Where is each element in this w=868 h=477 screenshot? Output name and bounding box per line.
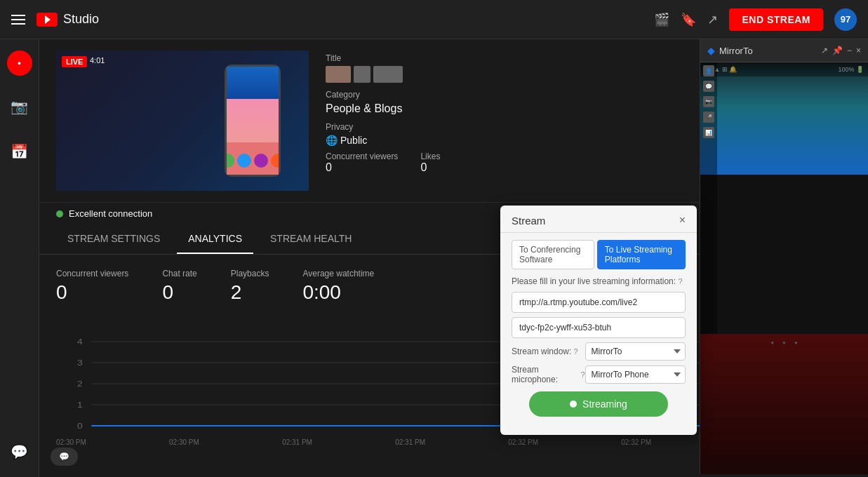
sidebar-item-live[interactable]: ●	[7, 51, 32, 76]
tab-conferencing[interactable]: To Conferencing Software	[512, 240, 594, 269]
svg-text:4: 4	[77, 337, 83, 346]
x-label-5: 02:32 PM	[621, 438, 651, 446]
app-icon-1	[227, 154, 234, 168]
chat-icon: 💬	[11, 443, 28, 460]
clip-icon[interactable]: 🎬	[654, 12, 669, 27]
external-link-icon[interactable]: ↗	[821, 46, 828, 55]
x-label-0: 02:30 PM	[56, 438, 86, 446]
stream-window-label: Stream window: ?	[512, 347, 585, 356]
share-icon[interactable]: ↗	[707, 12, 718, 27]
calendar-icon: 📅	[11, 143, 28, 160]
mirrortopop-header: ◆ MirrorTo ↗ 📌 − ×	[700, 39, 868, 62]
svg-text:2: 2	[77, 379, 83, 388]
x-label-3: 02:31 PM	[395, 438, 425, 446]
connection-dot	[56, 210, 63, 217]
analytic-playbacks: Playbacks 2	[231, 269, 269, 304]
globe-icon: 🌐	[326, 135, 338, 146]
stream-microphone-select[interactable]: MirrorTo Phone	[585, 365, 686, 384]
app-name: Studio	[63, 12, 99, 27]
phone-bg	[700, 334, 868, 474]
youtube-icon	[36, 13, 58, 27]
main-content: LIVE 4:01 Title Category People & Blogs …	[39, 39, 868, 477]
pin-icon[interactable]: 📌	[832, 46, 843, 55]
phone-top-dots: ● ● ●	[770, 340, 798, 346]
streaming-status-dot	[570, 401, 577, 408]
stream-url-input[interactable]	[512, 292, 686, 313]
main-layout: ● 📷 📅 💬	[0, 39, 868, 477]
mirrortopop-title-area: ◆ MirrorTo	[707, 45, 753, 56]
feedback-button[interactable]: 💬	[51, 448, 78, 466]
tab-stream-settings[interactable]: STREAM SETTINGS	[56, 224, 171, 254]
help-icon[interactable]: ?	[678, 277, 682, 285]
sidebar-item-calendar[interactable]: 📅	[6, 137, 34, 166]
tab-stream-health[interactable]: STREAM HEALTH	[259, 224, 363, 254]
x-label-1: 02:30 PM	[169, 438, 199, 446]
live-timer: 4:01	[90, 56, 105, 65]
title-icon-2	[354, 66, 370, 83]
analytic-chat: Chat rate 0	[162, 269, 196, 304]
dialog-header: Stream ×	[500, 206, 697, 233]
x-label-2: 02:31 PM	[282, 438, 312, 446]
stream-window-row: Stream window: ? MirrorTo	[512, 342, 686, 361]
svg-text:0: 0	[77, 422, 83, 430]
preview-overlay	[700, 62, 868, 175]
dialog-title: Stream	[512, 215, 545, 227]
mirrortopop-preview: ●● ▲ ⊞ 🔔 100% 🔋 👤 💬 📷 🎤 📊	[700, 62, 868, 334]
svg-marker-0	[45, 15, 51, 24]
title-icon-3	[373, 66, 403, 83]
mic-help-icon[interactable]: ?	[580, 370, 585, 379]
analytic-concurrent: Concurrent viewers 0	[56, 269, 128, 304]
dialog-description: Please fill in your live streaming infor…	[512, 276, 686, 286]
pop-side-camera[interactable]: 📷	[703, 96, 714, 107]
likes-metric: Likes 0	[420, 152, 440, 174]
tab-live-streaming[interactable]: To Live Streaming Platforms	[597, 240, 686, 269]
streaming-button[interactable]: Streaming	[529, 391, 668, 417]
hamburger-menu[interactable]	[11, 15, 25, 25]
pop-side-stats[interactable]: 📊	[703, 127, 714, 138]
close-icon[interactable]: ×	[856, 46, 861, 55]
end-stream-button[interactable]: END STREAM	[729, 8, 823, 31]
minimize-icon[interactable]: −	[847, 46, 852, 55]
sidebar-item-camera[interactable]: 📷	[6, 93, 34, 121]
title-icon-1	[326, 66, 351, 83]
logo: Studio	[36, 12, 99, 27]
sidebar: ● 📷 📅 💬	[0, 39, 39, 477]
pop-phone-bottom: ● ● ● 📞 ⌄ 🌐 ⏺	[700, 334, 868, 474]
concurrent-viewers-metric: Concurrent viewers 0	[326, 152, 398, 174]
stream-window-select[interactable]: MirrorTo	[585, 342, 686, 361]
topbar-right: 🎬 🔖 ↗ END STREAM 97	[654, 8, 857, 31]
stream-microphone-row: Stream microphone: ? MirrorTo Phone	[512, 365, 686, 384]
mirrortopop-panel: ◆ MirrorTo ↗ 📌 − × ●● ▲ ⊞ 🔔 100% 🔋	[700, 39, 868, 474]
stream-dialog: Stream × To Conferencing Software To Liv…	[500, 206, 697, 435]
mirrortopop-title: MirrorTo	[719, 46, 753, 56]
live-text: ●	[18, 60, 21, 67]
mirrortopop-logo-icon: ◆	[707, 45, 715, 56]
x-label-4: 02:32 PM	[508, 438, 538, 446]
stream-key-input[interactable]	[512, 317, 686, 338]
phone-preview	[225, 65, 281, 177]
pop-side-person[interactable]: 👤	[703, 65, 714, 76]
pop-side-chat[interactable]: 💬	[703, 81, 714, 92]
pop-side-mic[interactable]: 🎤	[703, 112, 714, 123]
feedback-icon: 💬	[59, 452, 69, 462]
bookmark-icon[interactable]: 🔖	[681, 12, 696, 27]
stream-microphone-label: Stream microphone: ?	[512, 365, 585, 384]
pop-sidebar: 👤 💬 📷 🎤 📊	[700, 62, 717, 334]
mirrortopop-controls: ↗ 📌 − ×	[821, 46, 861, 55]
svg-text:3: 3	[77, 358, 83, 367]
app-icon-4	[271, 154, 279, 168]
window-help-icon[interactable]: ?	[573, 347, 577, 356]
sidebar-item-feedback[interactable]: 💬	[6, 438, 34, 466]
topbar-left: Studio	[11, 12, 99, 27]
topbar: Studio 🎬 🔖 ↗ END STREAM 97	[0, 0, 868, 39]
preview-image: ●● ▲ ⊞ 🔔 100% 🔋	[700, 62, 868, 175]
analytic-watchtime: Average watchtime 0:00	[302, 269, 374, 304]
tab-analytics[interactable]: ANALYTICS	[177, 224, 253, 254]
avatar-badge[interactable]: 97	[834, 8, 857, 31]
camera-icon: 📷	[11, 98, 28, 115]
dialog-close-button[interactable]: ×	[679, 214, 686, 227]
connection-text: Excellent connection	[69, 208, 152, 219]
svg-text:1: 1	[77, 401, 83, 409]
dialog-body: Please fill in your live streaming infor…	[500, 269, 697, 424]
dialog-tabs: To Conferencing Software To Live Streami…	[500, 233, 697, 269]
